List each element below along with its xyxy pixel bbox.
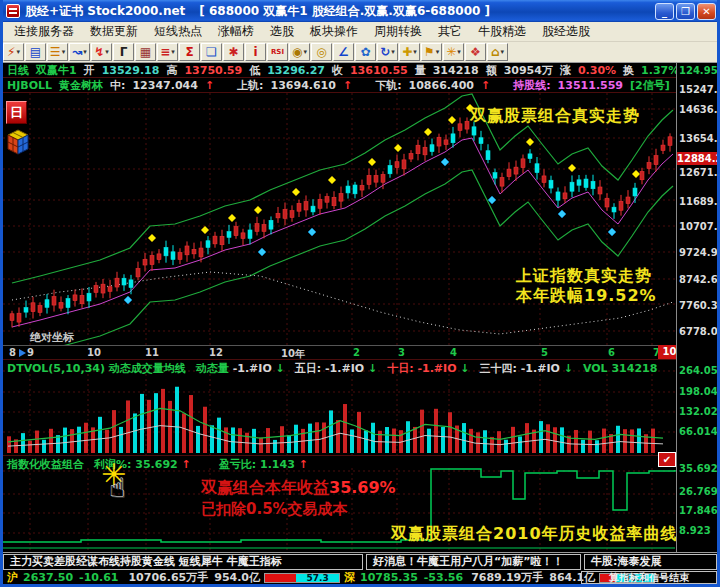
price-scale-label: 10707.2 (679, 221, 720, 232)
menu-gainers[interactable]: 涨幅榜 (210, 22, 262, 41)
maximize-button[interactable]: ❐ (676, 3, 695, 20)
sum-icon[interactable]: Σ (179, 43, 200, 61)
gear-icon[interactable]: ✱ (223, 43, 244, 61)
change-value: 0.30% (578, 64, 616, 77)
kline-chart-icon[interactable]: ☰▾ (47, 43, 68, 61)
amount-value: 30954万 (504, 63, 553, 78)
daily-period-button[interactable]: 日 (6, 101, 27, 124)
spark-icon[interactable]: ✳▾ (443, 43, 464, 61)
menu-data-update[interactable]: 数据更新 (82, 22, 146, 41)
connect-server-icon[interactable]: ⚡▾ (3, 43, 24, 61)
title-bar: 股经+证书 Stock2000.net [ 688000 双赢牛1 股经组合.双… (0, 0, 720, 22)
eye-icon[interactable]: ◉▾ (289, 43, 310, 61)
x-tick: 12 (209, 347, 223, 358)
lower-band-value: 10866.400 (409, 79, 474, 92)
info-icon[interactable]: i (245, 43, 266, 61)
upper-band-value: 13694.610 (271, 79, 336, 92)
dropdown-arrow-icon[interactable]: ▾ (413, 49, 417, 56)
cost-note-annotation: 已扣除0.5%交易成本 (201, 500, 348, 519)
turnover-label: 换 (623, 63, 634, 78)
plus-icon[interactable]: ✚▾ (399, 43, 420, 61)
signal-count-badge: [2信号] (630, 78, 670, 93)
up-arrow-icon: ↑ (205, 79, 214, 92)
minimize-button[interactable]: _ (655, 3, 674, 20)
coin-icon[interactable]: ◎ (311, 43, 332, 61)
close-button[interactable]: ✕ (697, 3, 716, 20)
dropdown-arrow-icon[interactable]: ▾ (303, 49, 307, 56)
dropdown-arrow-icon[interactable]: ▾ (171, 49, 175, 56)
profit-indicator-title: 指数化收益组合 (7, 457, 84, 472)
close-label: 收 (332, 63, 343, 78)
menu-sector-ops[interactable]: 板块操作 (302, 22, 366, 41)
mid-band-label: 中: (110, 78, 125, 93)
upper-band-label: 上轨: (237, 78, 263, 93)
dropdown-arrow-icon[interactable]: ▾ (391, 49, 395, 56)
dropdown-arrow-icon[interactable]: ▾ (457, 49, 461, 56)
dropdown-arrow-icon[interactable]: ▾ (501, 49, 505, 56)
sh-price: 2637.50 (23, 571, 73, 584)
cube-icon[interactable] (6, 129, 30, 155)
turnover-value: 1.37% (641, 64, 679, 77)
down-arrow-icon: ↓ (368, 362, 377, 375)
rsi-icon[interactable]: RSI (267, 43, 288, 61)
dropdown-arrow-icon[interactable]: ▾ (436, 49, 440, 56)
index-trend-annotation: 上证指数真实走势 (516, 266, 652, 287)
trend-line-icon[interactable]: ↝▾ (69, 43, 90, 61)
main-kline-chart[interactable] (3, 93, 676, 345)
refresh-icon[interactable]: ↻▾ (377, 43, 398, 61)
quote-list-icon[interactable]: ≡▾ (157, 43, 178, 61)
menu-period-switch[interactable]: 周期转换 (366, 22, 430, 41)
vol-scale-label: 264.054 (679, 365, 720, 376)
lightning-icon[interactable]: ↯▾ (91, 43, 112, 61)
quote-info-row: 日线 双赢牛1 开 13529.18 高 13750.59 低 13296.27… (3, 63, 679, 78)
app-icon (6, 4, 20, 18)
yearly-return-annotation: 双赢组合本年收益35.69% (201, 478, 396, 499)
dropdown-arrow-icon[interactable]: ▾ (62, 49, 66, 56)
indicator-name: HJBOLL (7, 79, 52, 92)
toolbar: ⚡▾▤☰▾↝▾↯▾Γ▦≡▾Σ❏✱iRSI◉▾◎∠✿↻▾✚▾⚑▾✳▾❖⌂▾ (0, 42, 720, 63)
signal-check-icon[interactable]: ✔ (658, 452, 676, 467)
menu-gujing-pick[interactable]: 股经选股 (534, 22, 598, 41)
indicator-info-row: HJBOLL 黄金树林 中: 12347.044 ↑ 上轨: 13694.610… (3, 78, 679, 93)
change-label: 涨 (560, 63, 571, 78)
price-scale-column: 124.95% 15247.1 14636.4 13654.1 12884.2 … (676, 63, 717, 552)
dropdown-arrow-icon[interactable]: ▾ (105, 49, 109, 56)
pct-scale-label: 124.95% (679, 65, 720, 76)
win-ratio-label: 盈亏比: (219, 458, 256, 471)
main-chart-panel: 日 (3, 93, 676, 345)
menu-bull-picks[interactable]: 牛股精选 (470, 22, 534, 41)
gun-icon[interactable]: Γ (113, 43, 134, 61)
x-tick: 9 (27, 347, 34, 358)
angle-icon[interactable]: ∠ (333, 43, 354, 61)
low-value: 13296.27 (267, 64, 325, 77)
dropdown-arrow-icon[interactable]: ▾ (83, 49, 87, 56)
sh-ratio-value: 57.3 (296, 574, 339, 582)
coordinate-mode-label[interactable]: 绝对坐标 (30, 330, 74, 345)
flag-tool-icon[interactable]: ⚑▾ (421, 43, 442, 61)
menu-stock-pick[interactable]: 选股 (262, 22, 302, 41)
amount-label: 额 (486, 63, 497, 78)
holding-line-value: 13511.559 (558, 79, 623, 92)
sz-price: 10785.35 (360, 571, 418, 584)
price-scale-label: 11689.5 (679, 196, 720, 207)
menu-others[interactable]: 其它 (430, 22, 470, 41)
x-tick: 4 (450, 347, 457, 358)
menu-hot-spots[interactable]: 短线热点 (146, 22, 210, 41)
menu-connect-server[interactable]: 连接服务器 (6, 22, 82, 41)
volume-panel: DTVOL(5,10,34) 动态成交量均线 动态量 -1.#IO ↓ 五日: … (3, 359, 676, 455)
mid-band-value: 12347.044 (132, 79, 197, 92)
sh-change: -10.61 (79, 571, 118, 584)
low-label: 低 (249, 63, 260, 78)
notebook-icon[interactable]: ❏ (201, 43, 222, 61)
price-scale-label: 6778.0 (679, 326, 718, 337)
globe-icon[interactable]: ✿ (355, 43, 376, 61)
app-title: 股经+证书 Stock2000.net (25, 3, 185, 20)
matrix-icon[interactable]: ▦ (135, 43, 156, 61)
period-label[interactable]: 日线 (7, 63, 29, 78)
down-arrow-icon: ↓ (564, 362, 573, 375)
window-grid-icon[interactable]: ❖ (465, 43, 486, 61)
save-icon[interactable]: ▤ (25, 43, 46, 61)
home-icon[interactable]: ⌂▾ (487, 43, 508, 61)
current-price-badge: 12884.2 (677, 152, 718, 165)
dropdown-arrow-icon[interactable]: ▾ (16, 49, 20, 56)
